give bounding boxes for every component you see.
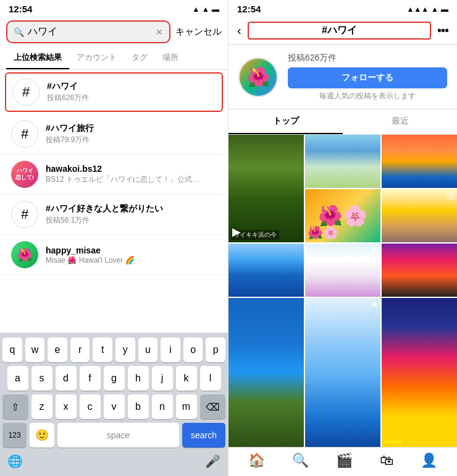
result-sub: 投稿79.9万件 xyxy=(46,135,217,145)
avatar: 🌺 xyxy=(238,57,278,97)
profile-area: 🌺 投稿626万件 フォローする 毎週人気の投稿を表示します xyxy=(228,45,457,109)
result-hawaii-connect[interactable]: # #ハワイ好きな人と繋がりたい 投稿56.1万件 xyxy=(0,195,228,235)
key-d[interactable]: d xyxy=(56,366,77,391)
key-z[interactable]: z xyxy=(31,394,52,419)
hashtag-icon: # xyxy=(12,79,40,106)
key-shift[interactable]: ⇧ xyxy=(2,394,28,419)
nav-shop[interactable]: 🛍 xyxy=(380,453,393,469)
photo-grid: ワイキキ浜の今 ▶ 🌺🌸 □ ▶ ▶ xyxy=(228,135,457,447)
back-button[interactable]: ‹ xyxy=(237,23,241,38)
key-v[interactable]: v xyxy=(104,394,125,419)
nav-reels[interactable]: 🎬 xyxy=(336,453,353,469)
key-g[interactable]: g xyxy=(104,366,125,391)
key-h[interactable]: h xyxy=(128,366,149,391)
battery-icon: ▬ xyxy=(441,5,448,14)
wifi-icon: ▲ xyxy=(202,5,209,14)
grid-cell-11[interactable]: ALOHA xyxy=(382,298,457,447)
key-m[interactable]: m xyxy=(176,394,197,419)
tab-recent[interactable]: 最近 xyxy=(343,109,457,134)
hashtag-icon: # xyxy=(11,121,38,148)
grid-cell-2[interactable] xyxy=(305,135,380,188)
result-name: hawakoi.bs12 xyxy=(46,164,217,174)
keyboard-extra-row: 🌐 🎤 xyxy=(2,451,225,474)
left-phone: 12:54 ▲ ▲ ▬ 🔍 ハワイ ✕ キャンセル 上位検索結果 アカウント タ… xyxy=(0,0,228,476)
key-o[interactable]: o xyxy=(183,338,203,362)
key-e[interactable]: e xyxy=(48,338,67,362)
result-hawaii-tag[interactable]: # #ハワイ 投稿626万件 xyxy=(5,72,223,112)
key-k[interactable]: k xyxy=(176,366,197,391)
tab-top[interactable]: トップ xyxy=(228,109,343,134)
key-y[interactable]: y xyxy=(115,338,135,362)
result-info: #ハワイ 投稿626万件 xyxy=(47,81,216,103)
result-name: happy_misae xyxy=(46,245,217,255)
tab-top-results[interactable]: 上位検索結果 xyxy=(6,47,69,69)
wifi-icon: ▲ xyxy=(431,5,438,14)
cancel-button[interactable]: キャンセル xyxy=(175,26,222,38)
keyboard: q w e r t y u i o p a s d f g h j k l ⇧ … xyxy=(0,333,228,476)
key-a[interactable]: a xyxy=(7,366,28,391)
grid-cell-7[interactable]: ▶ xyxy=(305,244,380,297)
grid-cell-10[interactable]: ▶ xyxy=(305,298,380,447)
grid-cell-4[interactable]: 🌺🌸 xyxy=(305,189,380,242)
result-happy-misae[interactable]: 🌺 happy_misae Misae 🌺 Hawai'i Lover 🌈 xyxy=(0,235,228,275)
key-emoji[interactable]: 🙂 xyxy=(30,423,54,448)
key-l[interactable]: l xyxy=(200,366,221,391)
result-sub: Misae 🌺 Hawai'i Lover 🌈 xyxy=(46,256,217,265)
key-s[interactable]: s xyxy=(31,366,52,391)
key-w[interactable]: w xyxy=(25,338,45,362)
bottom-nav: 🏠 🔍 🎬 🛍 👤 xyxy=(228,447,457,476)
happy-misae-avatar: 🌺 xyxy=(11,241,38,268)
key-f[interactable]: f xyxy=(80,366,101,391)
search-icon: 🔍 xyxy=(14,27,24,37)
key-b[interactable]: b xyxy=(128,394,149,419)
profile-info: 投稿626万件 フォローする 毎週人気の投稿を表示します xyxy=(288,53,447,101)
result-hawaii-travel[interactable]: # #ハワイ旅行 投稿79.9万件 xyxy=(0,114,228,155)
signal-icon: ▲▲▲ xyxy=(406,5,429,14)
tab-accounts[interactable]: アカウント xyxy=(69,47,124,69)
key-space[interactable]: space xyxy=(57,423,179,448)
follow-button[interactable]: フォローする xyxy=(288,67,447,88)
grid-cell-8[interactable] xyxy=(382,244,457,297)
key-123[interactable]: 123 xyxy=(2,423,27,448)
key-u[interactable]: u xyxy=(138,338,158,362)
grid-cell-6[interactable] xyxy=(228,244,304,297)
key-r[interactable]: r xyxy=(70,338,90,362)
keyboard-row-3: ⇧ z x c v b n m ⌫ xyxy=(2,394,225,419)
hashtag-icon: # xyxy=(11,201,38,228)
battery-icon: ▬ xyxy=(212,5,219,14)
mic-icon[interactable]: 🎤 xyxy=(205,454,220,469)
grid-cell-5[interactable]: □ xyxy=(382,189,457,242)
result-info: #ハワイ好きな人と繋がりたい 投稿56.1万件 xyxy=(46,203,217,226)
key-p[interactable]: p xyxy=(206,338,225,362)
result-name: #ハワイ旅行 xyxy=(46,123,217,134)
grid-cell-3[interactable] xyxy=(382,135,457,188)
key-j[interactable]: j xyxy=(152,366,173,391)
right-phone: 12:54 ▲▲▲ ▲ ▬ ‹ #ハワイ ••• 🌺 投稿626万件 フォローす… xyxy=(228,0,457,476)
grid-cell-9[interactable] xyxy=(228,298,304,447)
nav-profile[interactable]: 👤 xyxy=(421,453,437,469)
nav-home[interactable]: 🏠 xyxy=(248,453,265,469)
key-i[interactable]: i xyxy=(161,338,180,362)
key-n[interactable]: n xyxy=(152,394,173,419)
avatar-inner: 🌺 xyxy=(240,59,277,96)
nav-search[interactable]: 🔍 xyxy=(292,453,309,469)
left-status-bar: 12:54 ▲ ▲ ▬ xyxy=(0,0,228,17)
more-button[interactable]: ••• xyxy=(437,23,448,38)
tab-places[interactable]: 場所 xyxy=(155,47,186,69)
key-x[interactable]: x xyxy=(56,394,77,419)
globe-icon[interactable]: 🌐 xyxy=(7,454,23,469)
key-c[interactable]: c xyxy=(80,394,101,419)
clear-button[interactable]: ✕ xyxy=(156,27,163,37)
key-t[interactable]: t xyxy=(93,338,112,362)
key-q[interactable]: q xyxy=(2,338,22,362)
grid-cell-1[interactable]: ワイキキ浜の今 ▶ xyxy=(228,135,304,242)
key-backspace[interactable]: ⌫ xyxy=(200,394,226,419)
key-search[interactable]: search xyxy=(182,423,225,448)
result-hawakoi[interactable]: ハワイ恋して! hawakoi.bs12 BS12 トゥエルビ「ハワイに恋して！… xyxy=(0,155,228,195)
page-title: #ハワイ xyxy=(248,22,431,40)
tab-tags[interactable]: タグ xyxy=(124,47,155,69)
search-input-box[interactable]: 🔍 ハワイ ✕ xyxy=(6,20,170,43)
search-bar-area: 🔍 ハワイ ✕ キャンセル xyxy=(0,17,228,47)
result-sub: BS12 トゥエルビ「ハワイに恋して！」公式… xyxy=(46,174,217,185)
title-wrap: #ハワイ xyxy=(248,22,431,40)
